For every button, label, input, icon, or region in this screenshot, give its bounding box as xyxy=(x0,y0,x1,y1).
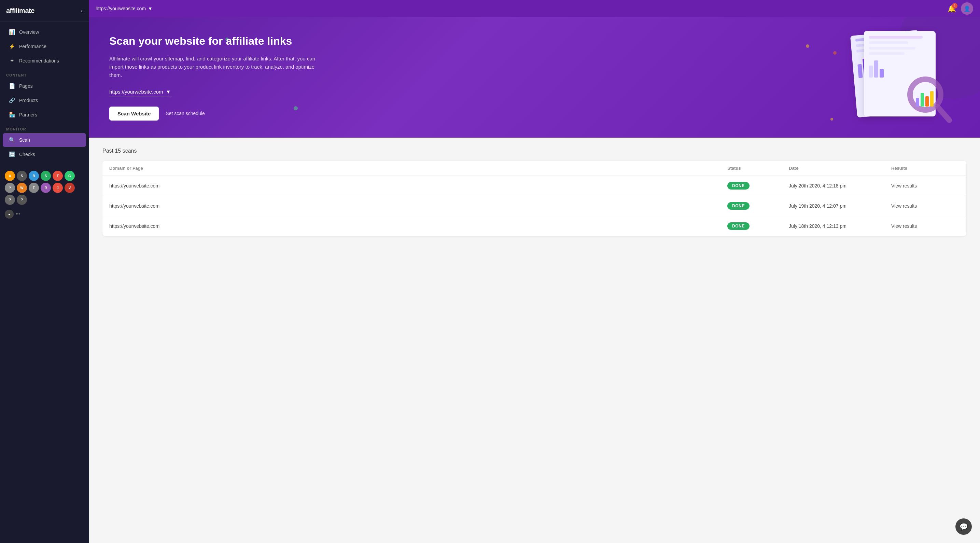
sidebar: affilimate ‹ 📊 Overview ⚡ Performance ✦ … xyxy=(0,0,89,543)
partner-logo-8[interactable]: F xyxy=(29,183,39,193)
checks-icon: 🔄 xyxy=(9,151,15,158)
table-header: Domain or Page Status Date Results xyxy=(102,161,966,176)
partner-logo-3[interactable]: S xyxy=(41,171,51,181)
partner-logo-10[interactable]: J xyxy=(52,183,63,193)
sidebar-item-overview[interactable]: 📊 Overview xyxy=(3,25,86,39)
recommendations-icon: ✦ xyxy=(9,58,15,64)
magnifier-illustration xyxy=(902,72,953,125)
partner-logo-5[interactable]: G xyxy=(65,171,75,181)
sidebar-item-pages[interactable]: 📄 Pages xyxy=(3,79,86,93)
scan-date: July 18th 2020, 4:12:13 pm xyxy=(789,223,891,229)
past-scans-title: Past 15 scans xyxy=(102,148,966,154)
hero-description: Affilimate will crawl your sitemap, find… xyxy=(109,55,321,79)
scan-domain: https://yourwebsite.com xyxy=(109,203,727,209)
sidebar-item-label: Overview xyxy=(19,29,39,35)
pages-icon: 📄 xyxy=(9,83,15,89)
view-results-link[interactable]: View results xyxy=(891,203,959,209)
scan-domain: https://yourwebsite.com xyxy=(109,183,727,188)
hero-section: Scan your website for affiliate links Af… xyxy=(89,17,980,138)
partner-more-button[interactable]: ● ••• xyxy=(0,208,89,223)
content-area: Past 15 scans Domain or Page Status Date… xyxy=(89,138,980,543)
sidebar-item-partners[interactable]: 🏪 Partners xyxy=(3,108,86,122)
sidebar-item-label: Checks xyxy=(19,151,35,157)
scans-table: Domain or Page Status Date Results https… xyxy=(102,161,966,236)
hero-illustration xyxy=(830,24,959,131)
svg-rect-4 xyxy=(925,96,929,107)
sidebar-item-label: Products xyxy=(19,98,38,103)
content-section-label: CONTENT xyxy=(0,68,89,78)
sidebar-item-scan[interactable]: 🔍 Scan xyxy=(3,133,86,147)
partner-logo-4[interactable]: T xyxy=(52,171,63,181)
view-results-link[interactable]: View results xyxy=(891,183,959,188)
partner-logo-1[interactable]: S xyxy=(17,171,27,181)
partner-logo-9[interactable]: R xyxy=(41,183,51,193)
topbar-right: 🔔 1 👤 xyxy=(948,2,973,15)
svg-rect-2 xyxy=(916,98,919,107)
topbar-url-selector[interactable]: https://yourwebsite.com ▼ xyxy=(95,6,153,11)
scan-website-button[interactable]: Scan Website xyxy=(109,107,159,121)
hero-url-dropdown-icon: ▼ xyxy=(166,89,171,95)
sidebar-header: affilimate ‹ xyxy=(0,0,89,22)
sidebar-item-label: Performance xyxy=(19,44,46,49)
hero-title: Scan your website for affiliate links xyxy=(109,34,321,48)
sidebar-item-checks[interactable]: 🔄 Checks xyxy=(3,148,86,161)
scans-rows: https://yourwebsite.com DONE July 20th 2… xyxy=(102,176,966,236)
more-label: ••• xyxy=(16,212,20,217)
col-domain: Domain or Page xyxy=(109,166,727,171)
monitor-section-label: MONITOR xyxy=(0,122,89,132)
hero-actions: Scan Website Set scan schedule xyxy=(109,107,321,121)
sidebar-item-recommendations[interactable]: ✦ Recommendations xyxy=(3,54,86,68)
svg-line-1 xyxy=(937,107,949,120)
sidebar-item-products[interactable]: 🔗 Products xyxy=(3,94,86,107)
partner-logos-grid: ASBSTG?WFRJV?? xyxy=(0,167,89,208)
view-results-link[interactable]: View results xyxy=(891,223,959,229)
sidebar-item-label: Scan xyxy=(19,137,30,143)
topbar-url-text: https://yourwebsite.com xyxy=(95,6,146,11)
col-status: Status xyxy=(727,166,789,171)
partner-logo-11[interactable]: V xyxy=(65,183,75,193)
svg-rect-5 xyxy=(930,91,934,107)
partner-logo-13[interactable]: ? xyxy=(17,195,27,205)
scan-icon: 🔍 xyxy=(9,137,15,143)
sidebar-item-label: Partners xyxy=(19,112,37,118)
more-icon: ● xyxy=(5,210,14,218)
svg-rect-3 xyxy=(921,93,924,107)
table-row: https://yourwebsite.com DONE July 18th 2… xyxy=(102,216,966,236)
partner-logo-2[interactable]: B xyxy=(29,171,39,181)
avatar[interactable]: 👤 xyxy=(961,2,973,15)
performance-icon: ⚡ xyxy=(9,43,15,49)
partner-logo-6[interactable]: ? xyxy=(5,183,15,193)
illustration-container xyxy=(837,29,953,125)
topbar-url-dropdown-icon: ▼ xyxy=(148,6,153,11)
col-results: Results xyxy=(891,166,959,171)
partner-logo-0[interactable]: A xyxy=(5,171,15,181)
status-badge: DONE xyxy=(727,222,789,230)
partner-logo-12[interactable]: ? xyxy=(5,195,15,205)
hero-url-text: https://yourwebsite.com xyxy=(109,89,163,95)
topbar: https://yourwebsite.com ▼ 🔔 1 👤 xyxy=(89,0,980,17)
notification-badge: 1 xyxy=(952,3,958,8)
app-logo: affilimate xyxy=(6,7,35,15)
overview-icon: 📊 xyxy=(9,29,15,35)
partners-icon: 🏪 xyxy=(9,111,15,118)
set-scan-schedule-link[interactable]: Set scan schedule xyxy=(165,111,205,116)
chat-icon: 💬 xyxy=(959,522,968,531)
notification-button[interactable]: 🔔 1 xyxy=(948,5,956,13)
scan-domain: https://yourwebsite.com xyxy=(109,223,727,229)
table-row: https://yourwebsite.com DONE July 20th 2… xyxy=(102,176,966,196)
table-row: https://yourwebsite.com DONE July 19th 2… xyxy=(102,196,966,216)
sidebar-item-label: Recommendations xyxy=(19,58,59,64)
status-badge: DONE xyxy=(727,202,789,210)
hero-url-selector[interactable]: https://yourwebsite.com ▼ xyxy=(109,89,171,97)
products-icon: 🔗 xyxy=(9,97,15,104)
sidebar-collapse-button[interactable]: ‹ xyxy=(81,8,83,14)
sidebar-item-performance[interactable]: ⚡ Performance xyxy=(3,40,86,53)
partner-logo-7[interactable]: W xyxy=(17,183,27,193)
status-badge: DONE xyxy=(727,182,789,189)
chat-button[interactable]: 💬 xyxy=(955,518,972,535)
hero-content: Scan your website for affiliate links Af… xyxy=(109,34,321,121)
main-content: https://yourwebsite.com ▼ 🔔 1 👤 Scan you… xyxy=(89,0,980,543)
scan-date: July 19th 2020, 4:12:07 pm xyxy=(789,203,891,209)
sidebar-item-label: Pages xyxy=(19,83,33,89)
col-date: Date xyxy=(789,166,891,171)
